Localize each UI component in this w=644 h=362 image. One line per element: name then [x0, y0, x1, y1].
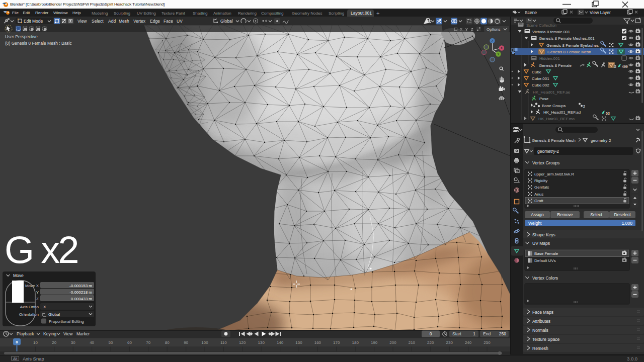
- svg-text:User Perspective: User Perspective: [5, 34, 38, 39]
- svg-text:View: View: [63, 331, 73, 336]
- svg-text:499: 499: [622, 65, 628, 68]
- svg-text:Anus: Anus: [534, 192, 543, 197]
- svg-text:Deselect: Deselect: [614, 212, 631, 217]
- svg-text:UV Maps: UV Maps: [532, 241, 550, 246]
- svg-text:30: 30: [71, 340, 75, 345]
- svg-text:Z: Z: [36, 297, 39, 301]
- svg-text:0: 0: [16, 340, 18, 344]
- svg-text:Rigidity: Rigidity: [534, 178, 547, 183]
- svg-text:240: 240: [465, 340, 472, 345]
- svg-text:Genitals: Genitals: [534, 185, 549, 190]
- svg-text:HK_Head01_REF.ae: HK_Head01_REF.ae: [533, 90, 571, 95]
- svg-text:90: 90: [184, 340, 188, 345]
- svg-text:Y: Y: [465, 27, 468, 32]
- svg-text:Face: Face: [164, 19, 173, 24]
- svg-text:Orientation: Orientation: [19, 312, 39, 317]
- svg-text:70: 70: [146, 340, 150, 345]
- svg-text:Z: Z: [471, 27, 473, 32]
- svg-text:250: 250: [484, 340, 491, 345]
- svg-text:Edge: Edge: [150, 19, 160, 24]
- svg-text:1: 1: [473, 331, 475, 336]
- svg-text:2: 2: [583, 105, 585, 108]
- svg-text:Start: Start: [452, 331, 462, 336]
- svg-text:10: 10: [33, 340, 38, 345]
- svg-text:Pose: Pose: [539, 97, 549, 101]
- svg-text:120: 120: [239, 340, 246, 345]
- svg-text:150: 150: [295, 340, 302, 345]
- svg-text:Vertex: Vertex: [133, 19, 146, 24]
- svg-text:-0.000218 m: -0.000218 m: [69, 290, 92, 295]
- svg-text:Genesis 8 Female Eyelashes: Genesis 8 Female Eyelashes: [546, 43, 599, 48]
- svg-text:20: 20: [52, 340, 56, 345]
- svg-text:Keying: Keying: [43, 331, 56, 336]
- svg-text:Bone Groups: Bone Groups: [542, 104, 566, 108]
- svg-text:250: 250: [499, 331, 506, 336]
- svg-text:Axis Ortho: Axis Ortho: [20, 305, 39, 309]
- svg-text:Playback: Playback: [17, 331, 34, 336]
- svg-text:G x2: G x2: [5, 228, 77, 271]
- svg-text:Z: Z: [492, 39, 494, 43]
- svg-text:X: X: [460, 27, 462, 32]
- svg-text:63: 63: [606, 112, 610, 115]
- svg-text:upper_arm.twist.twk.R: upper_arm.twist.twk.R: [534, 172, 574, 176]
- svg-text:geometry-2: geometry-2: [537, 149, 559, 154]
- svg-text:Texture Space: Texture Space: [532, 337, 560, 342]
- svg-text:Marker: Marker: [76, 331, 90, 336]
- svg-text:Face Maps: Face Maps: [532, 310, 553, 315]
- svg-text:X: X: [43, 305, 46, 309]
- svg-text:Scene Collection: Scene Collection: [526, 23, 556, 28]
- svg-text:Global: Global: [220, 19, 233, 24]
- svg-text:Shape Keys: Shape Keys: [532, 232, 555, 237]
- svg-text:40: 40: [90, 340, 94, 345]
- svg-text:0: 0: [430, 331, 432, 336]
- svg-text:Victoria 8 female.001: Victoria 8 female.001: [532, 30, 571, 34]
- svg-text:50: 50: [109, 340, 113, 345]
- svg-text:☐: ☐: [454, 27, 458, 32]
- svg-text:220: 220: [427, 340, 434, 345]
- svg-text:Default UVs: Default UVs: [534, 258, 556, 263]
- svg-text:130: 130: [258, 340, 265, 345]
- svg-text:Genesis 8 Female Mesh: Genesis 8 Female Mesh: [547, 50, 591, 54]
- svg-text:UV: UV: [177, 19, 183, 24]
- svg-text:Assign: Assign: [531, 212, 544, 217]
- svg-text:60: 60: [127, 340, 132, 345]
- svg-text:X: X: [501, 46, 503, 50]
- svg-text:160: 160: [314, 340, 321, 345]
- svg-text:HK_Hair01_REF.mo: HK_Hair01_REF.mo: [538, 117, 575, 121]
- svg-text:Global: Global: [48, 312, 60, 317]
- svg-text:190: 190: [371, 340, 378, 345]
- svg-text:Mesh: Mesh: [119, 19, 129, 24]
- svg-text:End: End: [483, 331, 491, 336]
- svg-text:Vertex Groups: Vertex Groups: [532, 160, 559, 165]
- svg-text:Hidden.001: Hidden.001: [539, 56, 560, 61]
- svg-text:Genesis 8 Female Meshes.001: Genesis 8 Female Meshes.001: [539, 36, 595, 41]
- svg-text:Y: Y: [497, 52, 500, 56]
- svg-text:Normals: Normals: [532, 328, 548, 333]
- svg-text:100: 100: [201, 340, 208, 345]
- svg-text:80: 80: [165, 340, 170, 345]
- svg-text:Cube.002: Cube.002: [532, 83, 549, 87]
- svg-text:Select: Select: [92, 19, 104, 24]
- svg-text:Graft: Graft: [534, 199, 544, 203]
- svg-text:Move: Move: [13, 273, 24, 278]
- svg-text:Remove: Remove: [557, 212, 573, 217]
- svg-text:170: 170: [333, 340, 340, 345]
- svg-text:0.000433 m: 0.000433 m: [71, 297, 93, 301]
- svg-text:Cube: Cube: [532, 70, 542, 74]
- svg-text:HK_Head01_REF.ad: HK_Head01_REF.ad: [543, 110, 581, 115]
- svg-text:Proportional Editing: Proportional Editing: [49, 319, 84, 324]
- svg-text:Edit Mode: Edit Mode: [24, 19, 43, 24]
- svg-text:140: 140: [277, 340, 284, 345]
- svg-text:110: 110: [220, 340, 227, 345]
- svg-text:Options: Options: [487, 27, 501, 32]
- svg-text:Attributes: Attributes: [532, 319, 550, 324]
- svg-text:180: 180: [352, 340, 359, 345]
- svg-text:(0) Genesis 8 Female Mesh : Ba: (0) Genesis 8 Female Mesh : Basic: [5, 41, 72, 46]
- svg-text:Remesh: Remesh: [532, 346, 548, 351]
- svg-text:-0.000153 m: -0.000153 m: [69, 284, 92, 288]
- svg-text:Y: Y: [36, 290, 39, 295]
- svg-text:Genesis 8 Female Mesh: Genesis 8 Female Mesh: [532, 138, 576, 143]
- svg-text:View Layer: View Layer: [590, 10, 611, 15]
- svg-text:geometry-2: geometry-2: [591, 138, 611, 143]
- svg-text:230: 230: [446, 340, 453, 345]
